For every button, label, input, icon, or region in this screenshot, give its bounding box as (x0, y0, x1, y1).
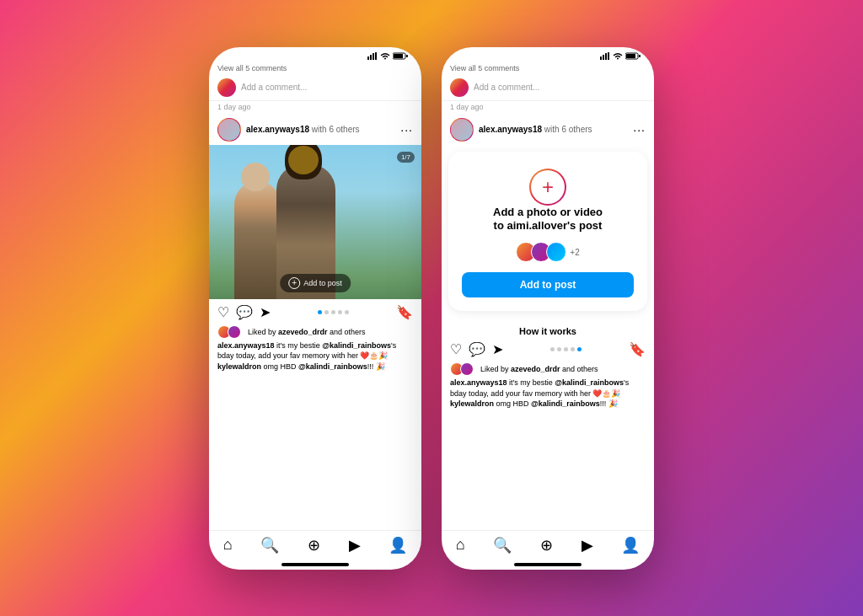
person-left (234, 181, 281, 299)
svg-rect-13 (639, 55, 641, 57)
comment-icon-right[interactable]: 💬 (469, 341, 485, 357)
svg-rect-7 (600, 56, 602, 60)
svg-rect-12 (626, 54, 635, 58)
share-icon-left[interactable]: ➤ (260, 304, 271, 320)
likes-row-right: Liked by azevedo_drdr and others (442, 362, 654, 378)
likes-row-left: Liked by azevedo_drdr and others (209, 325, 421, 340)
view-all-comments-right[interactable]: View all 5 comments (442, 62, 654, 75)
post-avatar-right (450, 118, 474, 142)
post-username-right[interactable]: alex.anyways18 with 6 others (479, 125, 633, 134)
person-right-face (288, 146, 319, 174)
like-avatar-2-left (228, 325, 241, 339)
svg-rect-0 (367, 56, 369, 60)
rdot-5 (577, 347, 582, 351)
right-phone: View all 5 comments Add a comment... 1 d… (442, 47, 654, 570)
search-nav-icon-left[interactable]: 🔍 (260, 536, 279, 554)
create-nav-icon-right[interactable]: ⊕ (540, 536, 553, 554)
oc-count: +2 (570, 248, 579, 257)
svg-rect-2 (373, 53, 374, 60)
post-username-left[interactable]: alex.anyways18 with 6 others (246, 125, 400, 134)
status-bar-left (209, 47, 421, 62)
dot-2 (324, 310, 329, 314)
share-icon-right[interactable]: ➤ (492, 341, 503, 357)
overlay-card: + Add a photo or videoto aimi.allover's … (448, 152, 647, 312)
heart-icon-right[interactable]: ♡ (450, 341, 462, 357)
comment-bar-left: Add a comment... (209, 75, 421, 101)
add-photo-plus-icon: + (529, 169, 566, 206)
pagination-right (503, 347, 629, 351)
profile-nav-icon-left[interactable]: 👤 (389, 536, 407, 554)
view-all-comments-left[interactable]: View all 5 comments (209, 62, 421, 75)
wifi-icon-right (613, 52, 623, 60)
likes-text-left: Liked by azevedo_drdr and others (248, 328, 366, 336)
time-ago-right: 1 day ago (442, 101, 654, 115)
post-username-row-right: alex.anyways18 with 6 others (479, 125, 633, 134)
battery-icon (393, 52, 408, 60)
bottom-nav-left: ⌂ 🔍 ⊕ ▶ 👤 (209, 530, 421, 563)
rdot-1 (550, 347, 555, 351)
battery-icon-right (625, 52, 641, 60)
comment-avatar-right (450, 78, 469, 97)
action-bar-right: ♡ 💬 ➤ 🔖 (442, 336, 654, 362)
svg-rect-3 (375, 52, 377, 60)
svg-rect-1 (370, 55, 372, 60)
post-header-right: alex.anyways18 with 6 others ··· (442, 115, 654, 145)
search-nav-icon-right[interactable]: 🔍 (493, 536, 512, 554)
svg-rect-5 (394, 54, 403, 58)
home-indicator-right (514, 563, 582, 566)
svg-rect-10 (608, 52, 609, 60)
person-left-head (241, 163, 270, 191)
reels-nav-icon-left[interactable]: ▶ (349, 536, 361, 554)
post-username-row-left: alex.anyways18 with 6 others (246, 125, 400, 134)
dot-4 (338, 310, 342, 314)
rdot-3 (564, 347, 568, 351)
photo-badge-left: 1/7 (397, 152, 415, 163)
wifi-icon (380, 52, 390, 60)
comment-bar-right: Add a comment... (442, 75, 654, 101)
likes-text-right: Liked by azevedo_drdr and others (480, 365, 598, 373)
bottom-nav-right: ⌂ 🔍 ⊕ ▶ 👤 (442, 530, 654, 563)
profile-nav-icon-right[interactable]: 👤 (621, 536, 640, 554)
add-to-post-overlay[interactable]: + Add to post (280, 274, 351, 292)
dot-1 (318, 310, 322, 314)
overlay-card-title: Add a photo or videoto aimi.allover's po… (493, 206, 603, 234)
svg-rect-6 (406, 55, 408, 57)
dot-3 (331, 310, 335, 314)
home-indicator-left (281, 563, 349, 566)
status-icons-left (367, 52, 408, 60)
bookmark-icon-right[interactable]: 🔖 (629, 341, 646, 357)
add-to-post-label: Add to post (303, 279, 342, 287)
post-more-right[interactable]: ··· (633, 123, 646, 137)
bookmark-icon-left[interactable]: 🔖 (396, 304, 413, 320)
create-nav-icon-left[interactable]: ⊕ (308, 536, 320, 554)
heart-icon-left[interactable]: ♡ (217, 304, 229, 320)
home-nav-icon-left[interactable]: ⌂ (223, 536, 233, 554)
action-icons-right: ♡ 💬 ➤ (450, 341, 503, 357)
comment-placeholder-left[interactable]: Add a comment... (241, 83, 307, 92)
signal-icon-right (600, 52, 610, 60)
phones-container: View all 5 comments Add a comment... 1 d… (209, 47, 654, 570)
comment-placeholder-right[interactable]: Add a comment... (474, 83, 539, 92)
caption-left: alex.anyways18 it's my bestie @kalindi_r… (209, 340, 421, 376)
post-more-left[interactable]: ··· (400, 123, 413, 137)
svg-rect-9 (605, 53, 607, 60)
overlay-card-avatars: +2 (516, 242, 579, 262)
time-ago-left: 1 day ago (209, 101, 421, 115)
reels-nav-icon-right[interactable]: ▶ (582, 536, 593, 554)
post-image-left: 1/7 + Add to post (209, 145, 421, 299)
home-nav-icon-right[interactable]: ⌂ (456, 536, 465, 554)
action-icons-left: ♡ 💬 ➤ (217, 304, 271, 320)
comment-avatar-left (217, 78, 236, 97)
status-bar-right (442, 47, 654, 62)
signal-icon (367, 52, 378, 60)
how-it-works-link[interactable]: How it works (442, 326, 654, 336)
like-avatar-2-right (460, 362, 474, 376)
pagination-left (271, 310, 396, 314)
post-header-left: alex.anyways18 with 6 others ··· (209, 115, 421, 145)
comment-icon-left[interactable]: 💬 (236, 304, 253, 320)
rdot-4 (571, 347, 575, 351)
add-to-post-plus-icon: + (288, 277, 300, 289)
add-to-post-button[interactable]: Add to post (462, 272, 634, 297)
post-avatar-left (217, 118, 241, 142)
dot-5 (345, 310, 349, 314)
